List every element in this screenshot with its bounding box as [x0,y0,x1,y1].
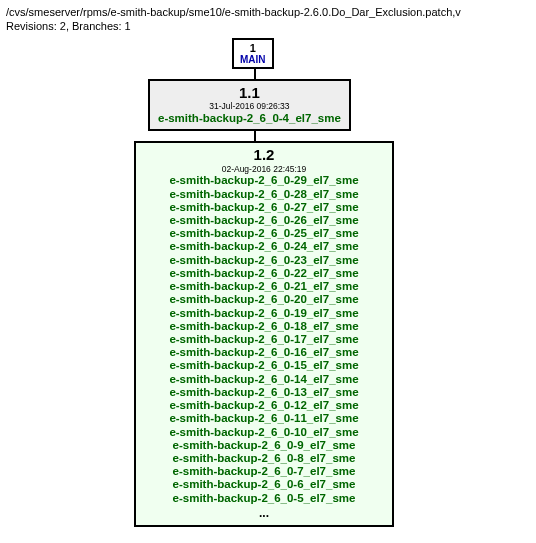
revision-tag-list: e-smith-backup-2_6_0-29_el7_smee-smith-b… [144,174,384,504]
revision-summary: Revisions: 2, Branches: 1 [6,20,530,32]
revision-tag: e-smith-backup-2_6_0-18_el7_sme [144,320,384,333]
revision-date: 31-Jul-2016 09:26:33 [158,102,341,112]
connector-line [254,131,256,141]
more-indicator: ... [144,507,384,521]
revision-number: 1.2 [144,146,384,163]
file-path: /cvs/smeserver/rpms/e-smith-backup/sme10… [6,6,530,18]
revision-tag: e-smith-backup-2_6_0-19_el7_sme [144,307,384,320]
revision-tag: e-smith-backup-2_6_0-26_el7_sme [144,214,384,227]
revision-tag: e-smith-backup-2_6_0-7_el7_sme [144,465,384,478]
revision-tag: e-smith-backup-2_6_0-15_el7_sme [144,359,384,372]
revision-tag: e-smith-backup-2_6_0-10_el7_sme [144,426,384,439]
revision-tag: e-smith-backup-2_6_0-25_el7_sme [144,227,384,240]
revision-number: 1.1 [158,84,341,101]
revision-tag: e-smith-backup-2_6_0-27_el7_sme [144,201,384,214]
revision-tag: e-smith-backup-2_6_0-6_el7_sme [144,478,384,491]
revision-tag: e-smith-backup-2_6_0-4_el7_sme [158,112,341,125]
revision-tag: e-smith-backup-2_6_0-13_el7_sme [144,386,384,399]
branch-name: MAIN [240,54,266,65]
revision-node-1-1[interactable]: 1.1 31-Jul-2016 09:26:33 e-smith-backup-… [148,79,351,131]
revision-tag: e-smith-backup-2_6_0-29_el7_sme [144,174,384,187]
revision-tag: e-smith-backup-2_6_0-11_el7_sme [144,412,384,425]
revision-tag: e-smith-backup-2_6_0-22_el7_sme [144,267,384,280]
revision-graph: 1 MAIN 1.1 31-Jul-2016 09:26:33 e-smith-… [134,38,414,527]
revision-tag: e-smith-backup-2_6_0-24_el7_sme [144,240,384,253]
revision-tag: e-smith-backup-2_6_0-23_el7_sme [144,254,384,267]
revision-node-1-2[interactable]: 1.2 02-Aug-2016 22:45:19 e-smith-backup-… [134,141,394,526]
revision-date: 02-Aug-2016 22:45:19 [144,165,384,175]
connector-line [254,69,256,79]
branch-number: 1 [240,42,266,54]
revision-tag: e-smith-backup-2_6_0-16_el7_sme [144,346,384,359]
revision-tag: e-smith-backup-2_6_0-17_el7_sme [144,333,384,346]
revision-tag: e-smith-backup-2_6_0-5_el7_sme [144,492,384,505]
revision-tag: e-smith-backup-2_6_0-8_el7_sme [144,452,384,465]
revision-tag: e-smith-backup-2_6_0-9_el7_sme [144,439,384,452]
revision-tag: e-smith-backup-2_6_0-12_el7_sme [144,399,384,412]
revision-tag: e-smith-backup-2_6_0-14_el7_sme [144,373,384,386]
branch-node[interactable]: 1 MAIN [232,38,274,69]
revision-tag: e-smith-backup-2_6_0-20_el7_sme [144,293,384,306]
revision-tag: e-smith-backup-2_6_0-28_el7_sme [144,188,384,201]
revision-tag: e-smith-backup-2_6_0-21_el7_sme [144,280,384,293]
